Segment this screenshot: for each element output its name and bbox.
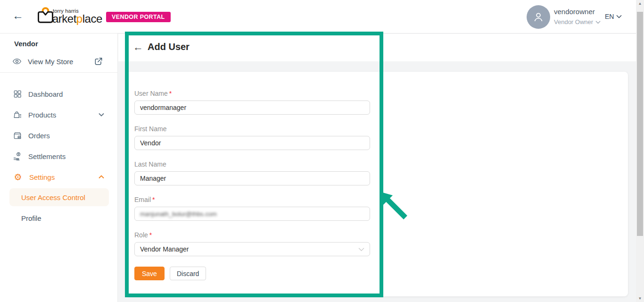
username-text: vendorowner: [554, 8, 595, 16]
email-field-group: Email* manjunath_bolur@thbs.com: [134, 196, 370, 221]
add-user-form-card: User Name* First Name Last Name Email* m…: [126, 72, 628, 296]
firstname-input[interactable]: [134, 136, 370, 150]
role-select[interactable]: Vendor Manager: [134, 242, 370, 256]
username-field-group: User Name*: [134, 90, 370, 115]
sidebar-item-products[interactable]: Products: [0, 104, 117, 125]
chevron-down-icon: [595, 20, 601, 24]
role-field-group: Role* Vendor Manager: [134, 231, 370, 256]
vertical-scrollbar[interactable]: ▲ ▼: [636, 0, 644, 302]
user-avatar[interactable]: [527, 5, 550, 29]
brand-main-text: arketplace: [52, 12, 102, 25]
external-link-icon: [94, 57, 103, 66]
sidebar-item-settings[interactable]: ⚙ Settings: [0, 167, 117, 187]
sidebar-item-profile[interactable]: Profile: [0, 209, 117, 227]
person-icon: [532, 11, 545, 23]
save-button[interactable]: Save: [134, 267, 165, 280]
dashboard-grid-icon: [13, 89, 22, 99]
settings-gear-icon: ⚙: [13, 173, 23, 182]
add-user-back-icon[interactable]: ←: [133, 41, 143, 53]
sidebar-item-dashboard[interactable]: Dashboard: [0, 84, 117, 104]
chevron-down-icon: [358, 247, 364, 252]
settlements-hand-dollar-icon: [13, 151, 22, 161]
scrollbar-thumb[interactable]: [637, 12, 643, 236]
sidebar-section-title: Vendor: [14, 40, 117, 48]
required-asterisk: *: [169, 90, 172, 97]
required-asterisk: *: [152, 196, 155, 203]
orders-box-icon: [13, 131, 22, 140]
username-label: User Name*: [134, 90, 370, 97]
shopping-bag-logo-icon: [36, 7, 55, 25]
lastname-input[interactable]: [134, 171, 370, 185]
discard-button[interactable]: Discard: [170, 267, 206, 280]
sidebar-item-settlements[interactable]: Settlements: [0, 146, 117, 167]
email-input[interactable]: manjunath_bolur@thbs.com: [134, 207, 370, 221]
email-label: Email*: [134, 196, 370, 203]
chevron-up-icon: [99, 175, 104, 179]
eye-icon: [12, 57, 22, 66]
sidebar-divider: [0, 72, 117, 73]
vendor-portal-badge: VENDOR PORTAL: [106, 12, 171, 22]
products-bag-icon: [13, 110, 22, 119]
top-header: ← torry harris arketplace VENDOR PORTAL …: [0, 0, 636, 34]
header-back-icon[interactable]: ←: [12, 9, 24, 23]
sidebar-item-orders[interactable]: Orders: [0, 125, 117, 146]
marketplace-logo: torry harris arketplace: [36, 4, 107, 30]
sidebar-item-view-my-store[interactable]: View My Store: [0, 52, 117, 72]
sidebar-item-user-access-control[interactable]: User Access Control: [9, 188, 109, 206]
scrollbar-up-icon[interactable]: ▲: [636, 1, 644, 6]
sidebar: Vendor View My Store Dashboard Products …: [0, 34, 118, 302]
username-input[interactable]: [134, 101, 370, 115]
email-value-blurred: manjunath_bolur@thbs.com: [140, 210, 217, 218]
page-title: Add User: [148, 42, 190, 52]
chevron-down-icon: [99, 113, 104, 117]
role-selected-value: Vendor Manager: [140, 245, 189, 253]
page-header-bar: ← Add User: [118, 34, 636, 61]
firstname-field-group: First Name: [134, 125, 370, 150]
lastname-label: Last Name: [134, 160, 370, 168]
role-label: Role*: [134, 231, 370, 239]
scrollbar-down-icon[interactable]: ▼: [636, 296, 644, 301]
user-role-dropdown[interactable]: Vendor Owner: [554, 18, 601, 25]
required-asterisk: *: [149, 231, 152, 239]
lastname-field-group: Last Name: [134, 160, 370, 185]
chevron-down-icon: [616, 15, 622, 18]
firstname-label: First Name: [134, 125, 370, 133]
language-selector[interactable]: EN: [605, 13, 622, 20]
